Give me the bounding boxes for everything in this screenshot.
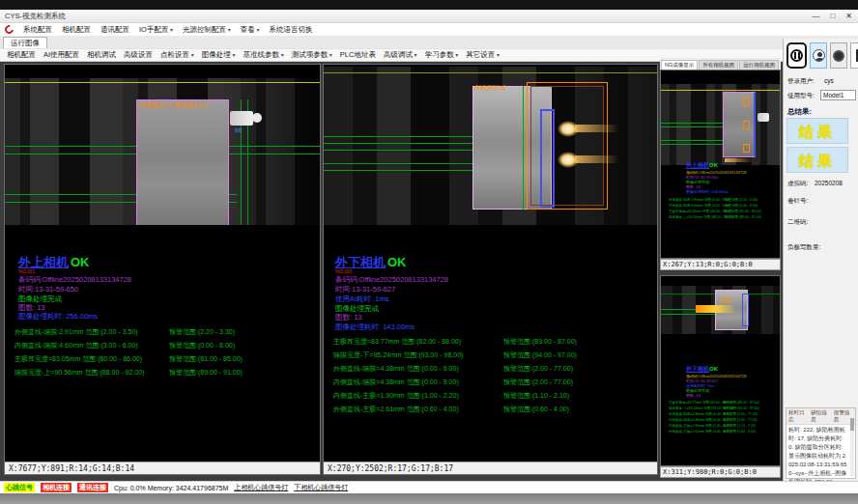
window-bottom-edge (0, 493, 858, 504)
roi-rect-electrode (723, 92, 756, 157)
maximize-icon[interactable]: □ (830, 11, 835, 22)
exit-button[interactable]: ➜ (850, 42, 858, 69)
menu-comm-config[interactable]: 通讯配置 (100, 25, 129, 35)
thumbnail-lower-camera[interactable]: 外下相机OK 条码码:Offline20250208133134728 时间:1… (660, 275, 781, 466)
measurement-text: 主极耳宽度=83.05mm 范围:(80.00 - 86.00) (14, 354, 142, 364)
ai-region-label: AI检测区域 (474, 84, 505, 93)
tool-camera-debug[interactable]: 相机调试 (87, 50, 116, 60)
measurement-warn: 预警范围:(2.00 - 77.00) (503, 378, 573, 387)
log-panel: 耗时日志 缺陷信息 报警信息 耗时: 222, 缺陷检测耗时: 17, 缺陷分类… (786, 407, 856, 479)
measurement-text: 外侧直线-隔膜:2.91mm 范围:(2.00 - 3.50) (669, 198, 730, 202)
control-panel: ➜ 登录用户: cys 使用型号: Model1 总结果: 结果 结果 虚拟码:… (783, 39, 858, 481)
camera-image-lower: AI检测区域 (324, 67, 657, 225)
result-box-lower: 结果 (786, 147, 848, 173)
tool-plc-address[interactable]: PLC地址表 (340, 50, 376, 60)
winding-needle-label: 卷针号: (787, 197, 808, 206)
camera-name: 外上相机 (686, 162, 709, 168)
result-box-upper: 结果 (786, 118, 848, 144)
tool-camera-config[interactable]: 相机配置 (7, 50, 36, 60)
menu-io-config[interactable]: IO手配置 (139, 25, 173, 35)
heartbeat-badge: 心跳信号 (4, 483, 35, 492)
ai-sub-box (743, 144, 750, 153)
tool-spot-check[interactable]: 点检设置 (160, 50, 194, 60)
overlay-threshold-text: 灰度阈值:93, 极性阈值:100 (139, 101, 208, 110)
tool-ai-config[interactable]: AI使用配置 (43, 50, 79, 60)
thumbnail-upper-camera[interactable]: 外上相机OK 条码码:Offline20250208133134728 时间:1… (660, 70, 781, 259)
pause-icon (790, 49, 803, 62)
window-top-edge (0, 0, 858, 10)
overlay-green-line (661, 126, 723, 127)
log-tab-timing[interactable]: 耗时日志 (788, 409, 808, 423)
glow-streak (575, 155, 619, 163)
user-button[interactable] (810, 42, 827, 69)
result-ok-badge: OK (709, 162, 718, 168)
barcode-line: 条码码:Offline20250208133134728 (335, 275, 448, 285)
pause-button[interactable] (786, 42, 807, 69)
tab-strip: 运行图像 (0, 36, 858, 48)
roi-rect-blue (742, 294, 749, 326)
app-logo-icon (3, 23, 15, 36)
tab-running-cameras[interactable]: 运行相机视图 (739, 60, 779, 70)
process-time-line: 图像处理耗时: 256.00ms (686, 189, 729, 194)
thumbnail-image (661, 84, 780, 165)
menu-language-switch[interactable]: 系统语言切换 (269, 25, 312, 35)
measurement-warn: 预警范围:(81.00 - 85.00) (169, 354, 243, 364)
ai-sub-box (721, 297, 730, 303)
tool-image-processing[interactable]: 图像处理 (202, 50, 236, 60)
measurement-text: 外侧直线-隔膜:2.91mm 范围:(2.00 - 3.50) (14, 327, 138, 337)
log-scrollbar[interactable] (850, 418, 854, 476)
thumbnail-tabs: NG成像显示 所有相机视图 运行相机视图 (660, 58, 781, 70)
tool-other-settings[interactable]: 其它设置 (466, 50, 500, 60)
overlay-green-line (661, 140, 723, 141)
log-tab-defect[interactable]: 缺陷信息 (811, 409, 830, 423)
measurement-text: 主极耳宽度=83.77mm 范围:(82.00 - 88.00) (333, 337, 461, 347)
roi-rect-electrode: 灰度阈值:93, 极性阈值:100 (136, 99, 229, 225)
ai-sub-box (743, 121, 750, 129)
measurement-text: 内侧直线-主极=1.90mm 范围:(1.00 - 2.20) (333, 391, 459, 401)
overlay-green-line (661, 144, 723, 145)
frame-count-line: 图数: 13 (335, 313, 362, 322)
ng-info: NG:0|0 (335, 268, 352, 274)
tool-test-params[interactable]: 测试项参数 (292, 50, 332, 60)
ng-info: NG:0|1 (18, 268, 35, 274)
menu-light-config[interactable]: 光源控制配置 (183, 25, 231, 35)
title-bar: CYS-视觉检测系统 (0, 10, 858, 23)
camera-view-upper[interactable]: 灰度阈值:93, 极性阈值:100 88 外上相机OK NG:0|1 条码码:O… (4, 64, 321, 475)
headset-button[interactable] (830, 42, 847, 69)
virtual-code-value: 20250208 (815, 180, 843, 186)
ai-sub-box (743, 98, 750, 106)
log-text: 耗时: 222, 缺陷检测耗时: 17, 缺陷分类耗时: 0, 缺陷提取分区耗时… (786, 425, 855, 488)
menu-camera-config[interactable]: 相机配置 (62, 25, 91, 35)
status-bar: 心跳信号 相机连接 通讯连接 Cpu: 0.0% Memory: 3424.41… (0, 481, 858, 493)
measurement-warn: 预警范围:(0.60 - 4.00) (503, 405, 569, 414)
frame-count-line: 图数: 13 (686, 393, 701, 398)
tool-advanced-debug[interactable]: 高级调试 (384, 50, 417, 60)
tool-baseline-params[interactable]: 基准线参数 (243, 50, 283, 60)
overlay-yellow-line (5, 82, 320, 83)
camera-view-lower[interactable]: AI检测区域 外下相机OK NG:0|0 条码码:Offline20250208… (323, 64, 658, 475)
tool-advanced-settings[interactable]: 高级设置 (124, 50, 153, 60)
tab-all-cameras[interactable]: 所有相机视图 (699, 60, 738, 70)
lower-camera-heartbeat: 下相机心跳信号灯 (294, 483, 348, 492)
overlay-value-text: 88 (235, 127, 242, 133)
measurement-text: 外侧直线-主极=2.61mm 范围:(0.60 - 4.00) (333, 405, 459, 414)
measurement-warn: 预警范围:(83.00 - 87.00) (503, 337, 577, 347)
overlay-green-vline (523, 86, 524, 210)
measurement-text: 外侧直线-隔膜=4.38mm 范围:(0.00 - 9.00) (333, 364, 459, 374)
minimize-icon[interactable]: — (812, 11, 819, 22)
close-icon[interactable]: ✕ (845, 11, 852, 22)
cpu-memory-text: Cpu: 0.0% Memory: 3424.41796875M (114, 485, 228, 491)
measurement-warn: 预警范围:(0.60 - 4.00) (723, 430, 756, 434)
measurement-warn: 预警范围:(1.10 - 2.10) (503, 391, 569, 401)
tab-ng-display[interactable]: NG成像显示 (661, 60, 698, 70)
menu-system-config[interactable]: 系统配置 (23, 25, 52, 35)
menu-view[interactable]: 查看 (241, 25, 260, 35)
window-title: CYS-视觉检测系统 (5, 12, 66, 20)
overlay-yellow-line (661, 90, 780, 91)
measurement-warn: 预警范围:(0.00 - 8.00) (169, 341, 235, 350)
login-user-label: 登录用户: (787, 77, 815, 86)
tool-learning-params[interactable]: 学习参数 (425, 50, 459, 60)
qr-code-label: 二维码: (787, 218, 808, 227)
model-select[interactable]: Model1 (820, 90, 856, 100)
tab-connector-blob (758, 113, 769, 122)
